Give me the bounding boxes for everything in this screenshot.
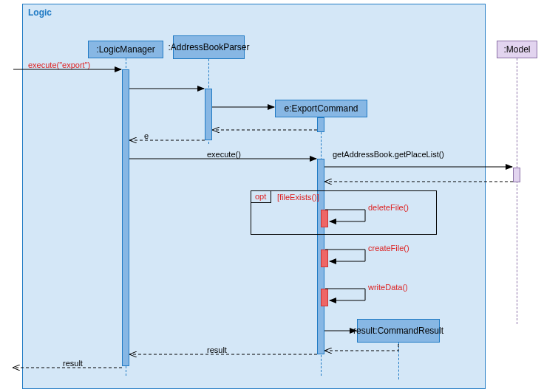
return-result2-msg: result — [63, 359, 83, 368]
cmd-result-box: result:CommandResult — [357, 319, 440, 343]
logic-manager-box: :LogicManager — [88, 41, 163, 58]
execute-export-msg: execute("export") — [28, 61, 90, 69]
opt-label: opt — [251, 190, 271, 203]
parser-activation — [205, 89, 212, 140]
model-lifeline — [517, 58, 517, 324]
write-data-activation — [321, 289, 328, 306]
delete-file-msg: deleteFile() — [368, 203, 409, 212]
return-e-msg: e — [144, 131, 149, 140]
get-place-list-msg: getAddressBook.getPlaceList() — [333, 150, 444, 159]
cmd-result-lifeline — [398, 343, 399, 379]
create-file-msg: createFile() — [368, 244, 409, 252]
model-box: :Model — [497, 41, 537, 58]
create-file-activation — [321, 250, 328, 267]
file-exists-msg: [fileExists()] — [277, 193, 319, 202]
return-result-msg: result — [207, 345, 227, 354]
execute-msg: execute() — [207, 150, 241, 159]
model-activation — [513, 168, 520, 182]
export-cmd-activation-1 — [317, 117, 324, 132]
parser-box: :AddressBookParser — [173, 35, 245, 59]
logic-manager-activation — [122, 69, 129, 366]
logic-frame-label: Logic — [28, 7, 52, 18]
write-data-msg: writeData() — [368, 283, 408, 292]
export-cmd-box: e:ExportCommand — [275, 100, 367, 117]
